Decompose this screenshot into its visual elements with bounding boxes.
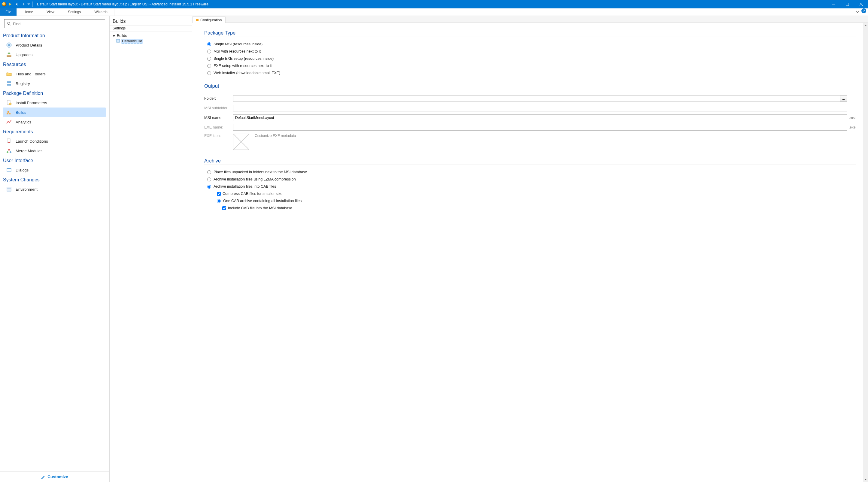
left-nav-pane: Product Information Product Details Upgr…: [0, 16, 110, 482]
section-package-type: Package Type: [204, 30, 856, 37]
window-title: Default Start menu layout - Default Star…: [37, 2, 209, 6]
msi-name-input[interactable]: [233, 115, 847, 121]
svg-rect-16: [9, 113, 10, 115]
folder-input[interactable]: [233, 95, 840, 102]
svg-rect-1: [846, 3, 849, 6]
content-pane: Configuration Package Type Single MSI (r…: [192, 16, 868, 482]
customize-button[interactable]: Customize: [0, 471, 109, 482]
nav-item-label: Merge Modules: [16, 149, 43, 153]
help-icon[interactable]: ?: [861, 8, 866, 13]
svg-rect-15: [7, 113, 8, 115]
install-parameters-icon: [6, 100, 12, 106]
nav-item-environment[interactable]: Environment: [3, 184, 106, 194]
analytics-icon: [6, 119, 12, 125]
tree-node-label: Builds: [117, 34, 127, 38]
tab-indicator-icon: [196, 19, 198, 21]
nav-item-label: Environment: [16, 187, 37, 192]
app-icon: [2, 2, 7, 7]
titlebar: Default Start menu layout - Default Star…: [0, 0, 868, 8]
folder-browse-button[interactable]: ...: [840, 95, 847, 102]
search-icon: [7, 22, 11, 26]
folder-label: Folder:: [204, 96, 233, 101]
svg-rect-10: [9, 82, 11, 83]
nav-item-label: Analytics: [16, 120, 31, 124]
nav-item-install-parameters[interactable]: Install Parameters: [3, 98, 106, 107]
nav-item-upgrades[interactable]: Upgrades: [3, 50, 106, 60]
customize-icon: [41, 475, 45, 479]
msi-subfolder-label: MSI subfolder:: [204, 106, 233, 110]
archive-check-include-cab[interactable]: Include CAB file into the MSI database: [215, 204, 856, 212]
msi-suffix: .msi: [847, 116, 856, 120]
tree-title: Builds: [110, 16, 192, 25]
svg-rect-17: [7, 111, 9, 113]
pkg-radio-single-msi[interactable]: Single MSI (resources inside): [204, 40, 856, 48]
nav-item-launch-conditions[interactable]: Launch Conditions: [3, 136, 106, 146]
upgrades-icon: [6, 52, 12, 58]
qat-dropdown[interactable]: [27, 1, 31, 7]
find-input[interactable]: [13, 22, 102, 26]
maximize-button[interactable]: [840, 0, 854, 8]
close-button[interactable]: [854, 0, 868, 8]
nav-item-analytics[interactable]: Analytics: [3, 117, 106, 127]
nav-item-merge-modules[interactable]: Merge Modules: [3, 146, 106, 156]
tree-node-defaultbuild[interactable]: DefaultBuild: [112, 38, 189, 44]
archive-radio-lzma[interactable]: Archive installation files using LZMA co…: [204, 176, 856, 183]
ribbon-tab-settings[interactable]: Settings: [61, 8, 88, 15]
environment-icon: [6, 186, 12, 192]
nav-group-user-interface: User Interface: [3, 156, 109, 165]
customize-exe-metadata: Customize EXE metadata: [255, 134, 296, 138]
svg-rect-26: [117, 39, 120, 42]
ribbon-collapse-icon[interactable]: [854, 8, 861, 15]
nav-item-product-details[interactable]: Product Details: [3, 40, 106, 50]
nav-group-system-changes: System Changes: [3, 175, 109, 184]
forward-button[interactable]: [21, 1, 26, 7]
exe-suffix: .exe: [847, 125, 856, 129]
archive-radio-cab[interactable]: Archive installation files into CAB file…: [204, 183, 856, 190]
tab-configuration[interactable]: Configuration: [192, 17, 225, 23]
ribbon-tabstrip: File Home View Settings Wizards ?: [0, 8, 868, 16]
pkg-radio-exe-next-to[interactable]: EXE setup with resources next to it: [204, 62, 856, 69]
minimize-button[interactable]: [827, 0, 840, 8]
build-item-icon: [116, 39, 120, 43]
ribbon-tab-file[interactable]: File: [0, 8, 17, 15]
builds-tree-pane: Builds Settings ▾ Builds DefaultBuild: [110, 16, 192, 482]
archive-radio-one-cab[interactable]: One CAB archive containing all installat…: [210, 197, 856, 204]
tree-node-builds[interactable]: ▾ Builds: [112, 33, 189, 38]
nav-item-builds[interactable]: Builds: [3, 107, 106, 117]
content-tabstrip: Configuration: [192, 16, 868, 23]
exe-icon-label: EXE icon:: [204, 134, 233, 138]
svg-point-19: [7, 151, 8, 153]
svg-rect-8: [7, 55, 11, 57]
svg-rect-9: [7, 82, 9, 83]
msi-name-label: MSI name:: [204, 116, 233, 120]
archive-radio-unpacked[interactable]: Place files unpacked in folders next to …: [204, 168, 856, 176]
nav-group-resources: Resources: [3, 60, 109, 69]
pkg-radio-web-installer[interactable]: Web installer (downloadable small EXE): [204, 69, 856, 76]
customize-label: Customize: [48, 475, 68, 479]
ribbon-tab-home[interactable]: Home: [17, 8, 40, 15]
folder-icon: [6, 71, 12, 77]
scroll-up-icon[interactable]: [863, 23, 868, 28]
nav-group-package-definition: Package Definition: [3, 88, 109, 98]
section-archive: Archive: [204, 158, 856, 165]
nav-item-files-and-folders[interactable]: Files and Folders: [3, 69, 106, 79]
run-icon[interactable]: [7, 1, 13, 7]
nav-item-dialogs[interactable]: Dialogs: [3, 165, 106, 175]
svg-point-20: [10, 151, 11, 153]
ribbon-tab-wizards[interactable]: Wizards: [88, 8, 115, 15]
find-box[interactable]: [4, 19, 105, 28]
exe-name-input: [233, 124, 847, 131]
scroll-down-icon[interactable]: [863, 477, 868, 482]
tree-expander-icon[interactable]: ▾: [112, 34, 116, 38]
archive-check-compress[interactable]: Compress CAB files for smaller size: [210, 190, 856, 197]
svg-point-4: [7, 22, 10, 25]
tree-node-label: DefaultBuild: [121, 39, 143, 43]
back-button[interactable]: [14, 1, 20, 7]
ribbon-tab-view[interactable]: View: [40, 8, 61, 15]
svg-line-5: [10, 24, 11, 26]
nav-item-registry[interactable]: Registry: [3, 79, 106, 88]
vertical-scrollbar[interactable]: [863, 23, 868, 482]
svg-point-7: [8, 44, 10, 46]
pkg-radio-single-exe[interactable]: Single EXE setup (resources inside): [204, 55, 856, 62]
pkg-radio-msi-next-to[interactable]: MSI with resources next to it: [204, 48, 856, 55]
